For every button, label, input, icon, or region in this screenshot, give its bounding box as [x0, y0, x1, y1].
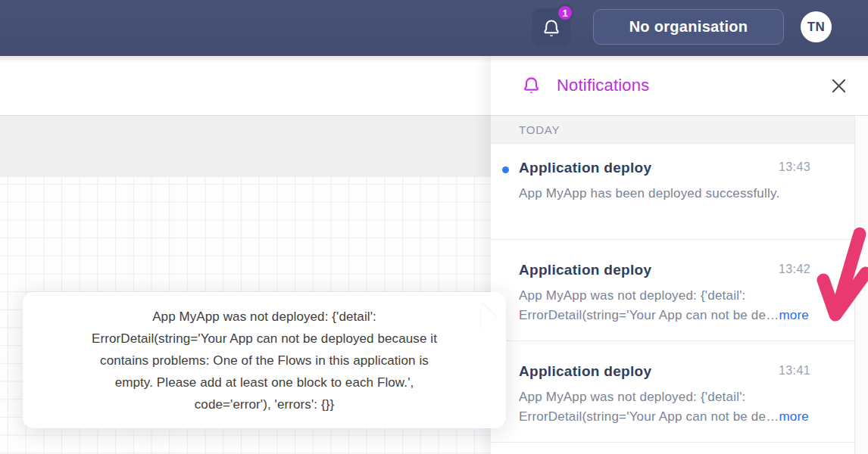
section-header-today: TODAY: [491, 115, 854, 144]
notification-body: App MyApp was not deployed: {'detail': E…: [519, 387, 832, 427]
organisation-selector-button[interactable]: No organisation: [593, 9, 784, 45]
tooltip-text: App MyApp was not deployed: {'detail': E…: [92, 306, 437, 415]
notifications-bell-icon: [521, 76, 542, 96]
notifications-panel: Notifications TODAY Application deploy 1…: [491, 56, 868, 454]
notification-time: 13:42: [779, 263, 810, 276]
topbar: 1 No organisation TN: [0, 0, 868, 56]
notification-body: App MyApp was not deployed: {'detail': E…: [519, 286, 832, 325]
notification-time: 13:41: [779, 364, 810, 378]
tooltip-caret: [482, 303, 498, 331]
notification-list: Application deploy 13:43 App MyApp has b…: [491, 144, 854, 443]
notification-count-badge: 1: [556, 4, 574, 22]
panel-title: Notifications: [557, 76, 649, 95]
notifications-button[interactable]: 1: [532, 8, 570, 46]
more-link[interactable]: more: [779, 409, 809, 424]
section-label: TODAY: [519, 123, 560, 136]
notification-item[interactable]: Application deploy 13:41 App MyApp was n…: [491, 341, 854, 443]
more-link[interactable]: more: [779, 308, 809, 322]
user-avatar[interactable]: TN: [801, 11, 832, 42]
bell-icon: [541, 18, 562, 39]
unread-dot: [502, 166, 509, 173]
notification-time: 13:43: [779, 160, 810, 174]
close-icon[interactable]: [830, 77, 848, 95]
notification-body: App MyApp has been deployed successfully…: [519, 184, 832, 204]
notification-item[interactable]: Application deploy 13:42 App MyApp was n…: [491, 240, 854, 341]
notifications-panel-header: Notifications: [491, 56, 868, 115]
notification-item[interactable]: Application deploy 13:43 App MyApp has b…: [491, 144, 854, 240]
error-detail-tooltip: App MyApp was not deployed: {'detail': E…: [23, 292, 506, 428]
scrollbar-gutter: [854, 115, 868, 454]
